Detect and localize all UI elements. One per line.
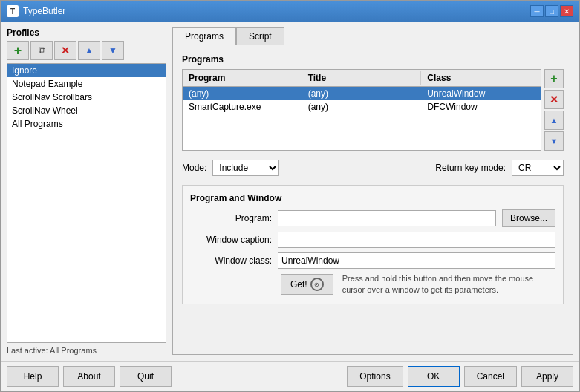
tab-script[interactable]: Script — [236, 27, 284, 45]
mode-row: Mode: Include Exclude Return key mode: C… — [182, 160, 564, 176]
up-arrow-icon: ▲ — [550, 116, 558, 125]
last-active: Last active: All Programs — [7, 346, 166, 355]
programs-table[interactable]: Program Title Class (any) (any) UnrealWi… — [182, 69, 541, 151]
right-panel: Programs Script Programs Program Title C… — [172, 27, 573, 355]
move-up-profile-button[interactable]: ▲ — [78, 41, 100, 60]
window-caption-input[interactable] — [278, 232, 555, 248]
return-key-select[interactable]: CR LF CRLF — [512, 160, 564, 176]
get-button[interactable]: Get! ⊙ — [281, 274, 333, 295]
profile-item-scrollnav-wheel[interactable]: ScrollNav Wheel — [7, 104, 166, 117]
panel-content: Programs Program Title Class (any) (any) — [172, 45, 573, 355]
return-key-label: Return key mode: — [435, 163, 506, 173]
table-row[interactable]: (any) (any) UnrealWindow — [183, 87, 541, 100]
delete-icon: ✕ — [550, 94, 558, 105]
cancel-button[interactable]: Cancel — [464, 366, 517, 387]
window-title: TypeButler — [23, 6, 65, 16]
profile-item-all-programs[interactable]: All Programs — [7, 117, 166, 131]
tab-programs[interactable]: Programs — [172, 27, 236, 45]
move-up-program-button[interactable]: ▲ — [544, 111, 564, 130]
copy-icon: ⧉ — [39, 45, 45, 56]
add-program-button[interactable]: + — [544, 69, 564, 88]
program-row: Program: Browse... — [190, 209, 555, 227]
ok-button[interactable]: OK — [408, 366, 460, 387]
copy-profile-button[interactable]: ⧉ — [30, 41, 53, 60]
mode-label: Mode: — [182, 163, 206, 173]
move-down-program-button[interactable]: ▼ — [544, 131, 564, 151]
down-arrow-icon: ▼ — [550, 137, 558, 146]
window-class-input[interactable] — [278, 252, 555, 269]
window-class-row: Window class: — [190, 252, 555, 269]
help-button[interactable]: Help — [7, 366, 59, 387]
programs-section-label: Programs — [182, 54, 564, 65]
left-panel: Profiles + ⧉ ✕ ▲ ▼ Ignore — [7, 27, 166, 355]
app-icon: T — [7, 5, 19, 17]
profile-item-ignore[interactable]: Ignore — [7, 64, 166, 77]
mode-select[interactable]: Include Exclude — [212, 160, 279, 176]
row1-class: UnrealWindow — [421, 87, 541, 100]
apply-button[interactable]: Apply — [521, 366, 573, 387]
profiles-label: Profiles — [7, 27, 166, 38]
about-button[interactable]: About — [63, 366, 115, 387]
row1-title: (any) — [302, 87, 422, 100]
program-label: Program: — [190, 213, 272, 223]
row2-program: SmartCapture.exe — [183, 100, 302, 114]
program-window-section: Program and Window Program: Browse... Wi… — [182, 185, 564, 304]
title-bar-left: T TypeButler — [7, 5, 65, 17]
bottom-bar: Help About Quit Options OK Cancel Apply — [1, 361, 579, 391]
move-down-profile-button[interactable]: ▼ — [102, 41, 124, 60]
col-class: Class — [421, 71, 541, 85]
main-content: Profiles + ⧉ ✕ ▲ ▼ Ignore — [1, 22, 579, 361]
profile-item-scrollnav-scrollbars[interactable]: ScrollNav Scrollbars — [7, 91, 166, 104]
window-class-label: Window class: — [190, 255, 272, 266]
add-icon: + — [14, 43, 22, 59]
title-bar: T TypeButler ─ □ ✕ — [1, 1, 579, 22]
row1-program: (any) — [183, 87, 302, 100]
return-key-row: Return key mode: CR LF CRLF — [435, 160, 564, 176]
table-side-buttons: + ✕ ▲ ▼ — [544, 69, 564, 151]
title-bar-controls: ─ □ ✕ — [530, 5, 573, 17]
add-icon: + — [550, 72, 557, 85]
profiles-toolbar: + ⧉ ✕ ▲ ▼ — [7, 41, 166, 60]
table-row[interactable]: SmartCapture.exe (any) DFCWindow — [183, 100, 541, 114]
last-active-label: Last active: — [7, 346, 48, 355]
get-label: Get! — [290, 279, 307, 290]
col-title: Title — [302, 71, 422, 85]
up-arrow-icon: ▲ — [85, 45, 94, 56]
programs-table-wrapper: Program Title Class (any) (any) UnrealWi… — [182, 69, 564, 151]
get-row: Get! ⊙ Press and hold this button and th… — [190, 273, 555, 296]
delete-icon: ✕ — [61, 45, 70, 56]
window-caption-label: Window caption: — [190, 235, 272, 245]
browse-button[interactable]: Browse... — [502, 209, 555, 227]
quit-button[interactable]: Quit — [120, 366, 172, 387]
options-button[interactable]: Options — [347, 366, 403, 387]
down-arrow-icon: ▼ — [108, 45, 117, 56]
delete-profile-button[interactable]: ✕ — [54, 41, 76, 60]
programs-section: Programs Program Title Class (any) (any) — [182, 54, 564, 151]
main-window: T TypeButler ─ □ ✕ Profiles + ⧉ ✕ — [0, 0, 580, 392]
get-target-icon: ⊙ — [310, 278, 324, 291]
minimize-button[interactable]: ─ — [530, 5, 544, 17]
row2-title: (any) — [302, 100, 422, 114]
profiles-list[interactable]: Ignore Notepad Example ScrollNav Scrollb… — [7, 63, 166, 343]
row2-class: DFCWindow — [421, 100, 541, 114]
table-header: Program Title Class — [183, 70, 541, 87]
get-hint: Press and hold this button and then move… — [342, 273, 555, 296]
tab-bar: Programs Script — [172, 27, 573, 45]
last-active-value: All Programs — [50, 346, 97, 355]
profile-item-notepad[interactable]: Notepad Example — [7, 77, 166, 91]
pw-section-title: Program and Window — [190, 193, 555, 203]
add-profile-button[interactable]: + — [7, 41, 29, 60]
delete-program-button[interactable]: ✕ — [544, 90, 564, 109]
window-caption-row: Window caption: — [190, 232, 555, 248]
col-program: Program — [183, 71, 302, 85]
close-button[interactable]: ✕ — [560, 5, 573, 17]
maximize-button[interactable]: □ — [545, 5, 558, 17]
program-input[interactable] — [278, 210, 496, 226]
